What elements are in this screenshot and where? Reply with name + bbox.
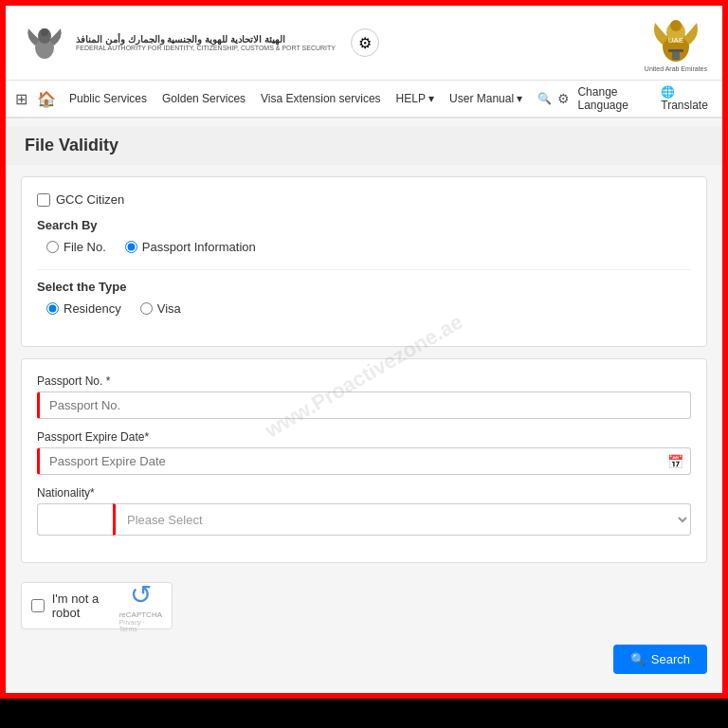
passport-no-group: Passport No. * [37, 374, 691, 419]
nav-user-manual[interactable]: User Manual ▾ [444, 92, 528, 105]
change-language-link[interactable]: Change Language [577, 85, 653, 112]
nav-right: ⚙ Change Language 🌐 Translate [557, 85, 713, 112]
svg-point-2 [41, 28, 48, 36]
search-btn-label: Search [651, 652, 690, 666]
home-icon[interactable]: 🏠 [37, 90, 56, 108]
nav-visa-extension[interactable]: Visa Extension services [255, 92, 387, 105]
captcha-label: I'm not a robot [52, 592, 112, 620]
nationality-group: Nationality* Please Select [37, 486, 691, 536]
visa-radio[interactable] [140, 302, 153, 315]
svg-point-5 [670, 20, 682, 31]
recaptcha-icon: ↺ [130, 579, 152, 610]
file-no-label[interactable]: File No. [64, 240, 106, 254]
logo-arabic: الهيئة الاتحادية للهوية والجنسية والجمار… [76, 34, 336, 45]
passport-info-radio[interactable] [125, 241, 137, 253]
header-logo-left: الهيئة الاتحادية للهوية والجنسية والجمار… [21, 19, 379, 66]
nationality-row: Please Select [37, 503, 691, 536]
search-by-radio-group: File No. Passport Information [37, 240, 691, 254]
logo-english: FEDERAL AUTHORITY FOR IDENTITY, CITIZENS… [76, 45, 336, 51]
residency-label[interactable]: Residency [64, 301, 121, 316]
nav-left: ⊞ 🏠 Public Services Golden Services Visa… [15, 90, 557, 108]
uae-emblem-icon: UAE [647, 13, 704, 65]
navbar: ⊞ 🏠 Public Services Golden Services Visa… [6, 81, 722, 118]
uae-label: United Arab Emirates [645, 65, 707, 72]
passport-expire-group: Passport Expire Date* 📅 [37, 430, 691, 475]
type-radio-group: Residency Visa [37, 301, 691, 316]
grid-icon[interactable]: ⊞ [15, 90, 27, 108]
passport-no-input[interactable] [37, 391, 691, 419]
captcha-checkbox[interactable] [31, 597, 45, 614]
recaptcha-links: Privacy · Terms [119, 619, 162, 632]
passport-expire-label: Passport Expire Date* [37, 430, 691, 444]
search-by-label: Search By [37, 218, 691, 232]
visa-label[interactable]: Visa [157, 301, 181, 316]
file-no-option[interactable]: File No. [46, 240, 106, 254]
nav-search-icon[interactable]: 🔍 [532, 92, 557, 105]
passport-info-label[interactable]: Passport Information [142, 240, 256, 254]
visa-option[interactable]: Visa [140, 301, 181, 316]
gcc-citizen-checkbox[interactable] [37, 193, 50, 207]
nationality-label: Nationality* [37, 486, 691, 500]
svg-rect-6 [668, 49, 683, 52]
divider [37, 269, 691, 270]
nationality-select[interactable]: Please Select [113, 503, 691, 536]
nav-public-services[interactable]: Public Services [64, 92, 153, 105]
logo-eagle-icon [21, 19, 68, 66]
gcc-citizen-row: GCC Citizen [37, 192, 691, 207]
logo-text: الهيئة الاتحادية للهوية والجنسية والجمار… [76, 34, 336, 51]
nationality-flag-box [37, 503, 113, 536]
main-content: www.Proactivezone.ae GCC Citizen Search … [6, 165, 722, 693]
select-type-label: Select the Type [37, 280, 691, 294]
passport-expire-input[interactable] [37, 447, 691, 475]
passport-no-label: Passport No. * [37, 374, 691, 388]
residency-option[interactable]: Residency [46, 301, 121, 316]
search-button[interactable]: 🔍 Search [613, 645, 707, 674]
captcha-area: I'm not a robot ↺ reCAPTCHA Privacy · Te… [21, 574, 707, 637]
search-btn-icon: 🔍 [630, 652, 646, 666]
residency-radio[interactable] [46, 302, 59, 315]
form-card: Passport No. * Passport Expire Date* 📅 N… [21, 358, 707, 563]
page-title-bar: File Validity [6, 126, 722, 165]
search-options-card: GCC Citizen Search By File No. Passport … [21, 176, 707, 347]
translate-link[interactable]: 🌐 Translate [661, 85, 713, 112]
svg-rect-7 [672, 52, 680, 60]
nav-help[interactable]: HELP ▾ [391, 92, 440, 105]
settings-icon[interactable]: ⚙ [557, 91, 570, 106]
header-logo-right: UAE United Arab Emirates [645, 13, 707, 72]
recaptcha-brand: reCAPTCHA [119, 610, 162, 619]
search-btn-row: 🔍 Search [21, 637, 707, 682]
file-no-radio[interactable] [46, 241, 59, 253]
calendar-icon[interactable]: 📅 [667, 454, 683, 469]
logo-badge: ⚙ [351, 28, 379, 57]
captcha-box: I'm not a robot ↺ reCAPTCHA Privacy · Te… [21, 582, 173, 629]
svg-text:UAE: UAE [668, 36, 683, 45]
gcc-citizen-label[interactable]: GCC Citizen [56, 192, 124, 207]
captcha-logo: ↺ reCAPTCHA Privacy · Terms [119, 579, 162, 632]
date-wrapper: 📅 [37, 447, 691, 475]
site-header: الهيئة الاتحادية للهوية والجنسية والجمار… [6, 6, 722, 81]
nav-golden-services[interactable]: Golden Services [156, 92, 251, 105]
page-title: File Validity [25, 136, 703, 155]
passport-info-option[interactable]: Passport Information [125, 240, 256, 254]
